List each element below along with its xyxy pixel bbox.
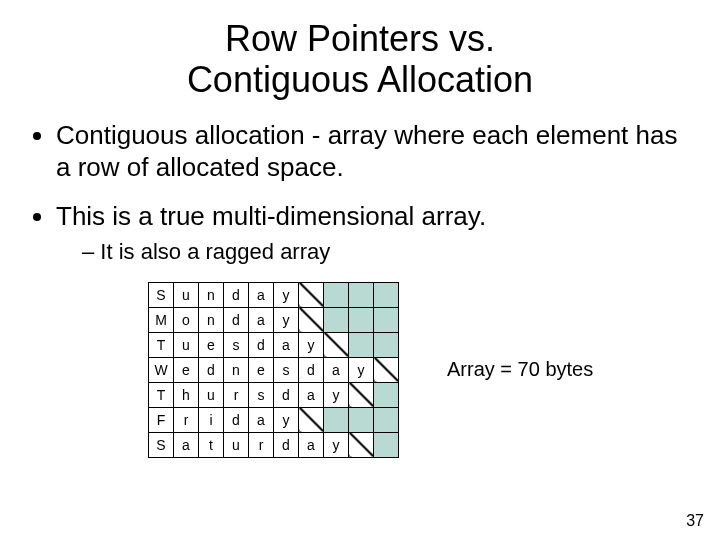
table-row: Saturday xyxy=(149,432,399,457)
table-cell: d xyxy=(274,432,299,457)
table-cell xyxy=(324,407,349,432)
table-cell: a xyxy=(249,407,274,432)
table-cell: h xyxy=(174,382,199,407)
bullet-2: This is a true multi-dimensional array. … xyxy=(56,200,692,266)
bullet-1: Contiguous allocation - array where each… xyxy=(56,119,692,184)
table-cell: i xyxy=(199,407,224,432)
sub-bullet-1: It is also a ragged array xyxy=(82,238,692,266)
table-cell: n xyxy=(199,282,224,307)
table-cell: S xyxy=(149,432,174,457)
table-cell: d xyxy=(274,382,299,407)
table-cell: d xyxy=(224,407,249,432)
table-cell: t xyxy=(199,432,224,457)
table-cell xyxy=(374,382,399,407)
table-row: Monday xyxy=(149,307,399,332)
table-cell xyxy=(299,282,324,307)
title-line-1: Row Pointers vs. xyxy=(225,18,495,59)
table-row: Friday xyxy=(149,407,399,432)
table-cell: d xyxy=(224,282,249,307)
table-cell: s xyxy=(274,357,299,382)
page-number: 37 xyxy=(686,512,704,530)
table-cell xyxy=(349,282,374,307)
table-row: Thursday xyxy=(149,382,399,407)
bullet-2-text: This is a true multi-dimensional array. xyxy=(56,201,486,231)
table-cell: r xyxy=(224,382,249,407)
table-cell: a xyxy=(174,432,199,457)
table-cell: n xyxy=(199,307,224,332)
table-cell: a xyxy=(249,282,274,307)
table-cell xyxy=(374,432,399,457)
table-cell: M xyxy=(149,307,174,332)
table-cell: r xyxy=(249,432,274,457)
table-cell xyxy=(299,307,324,332)
table-cell: d xyxy=(299,357,324,382)
slide-title: Row Pointers vs. Contiguous Allocation xyxy=(28,18,692,101)
title-line-2: Contiguous Allocation xyxy=(187,59,533,100)
table-cell: a xyxy=(249,307,274,332)
table-cell: e xyxy=(199,332,224,357)
table-cell xyxy=(374,332,399,357)
table-cell: W xyxy=(149,357,174,382)
table-row: Wednesday xyxy=(149,357,399,382)
table-cell xyxy=(349,432,374,457)
table-cell: y xyxy=(274,307,299,332)
table-cell: s xyxy=(224,332,249,357)
table-cell: F xyxy=(149,407,174,432)
table-cell xyxy=(324,332,349,357)
table-cell: d xyxy=(199,357,224,382)
table-cell xyxy=(324,307,349,332)
array-size-caption: Array = 70 bytes xyxy=(447,358,593,381)
table-cell: u xyxy=(174,282,199,307)
table-cell: s xyxy=(249,382,274,407)
table-cell xyxy=(349,382,374,407)
table-cell xyxy=(349,407,374,432)
table-row: Sunday xyxy=(149,282,399,307)
table-cell: y xyxy=(349,357,374,382)
table-cell: e xyxy=(174,357,199,382)
table-cell xyxy=(349,307,374,332)
table-cell: T xyxy=(149,332,174,357)
table-cell: a xyxy=(274,332,299,357)
table-cell: d xyxy=(224,307,249,332)
table-cell xyxy=(374,307,399,332)
table-cell xyxy=(374,407,399,432)
table-cell: S xyxy=(149,282,174,307)
table-cell: u xyxy=(199,382,224,407)
table-cell xyxy=(299,407,324,432)
table-cell: d xyxy=(249,332,274,357)
table-cell: n xyxy=(224,357,249,382)
table-cell xyxy=(374,357,399,382)
table-cell: a xyxy=(299,432,324,457)
table-cell xyxy=(374,282,399,307)
memory-table: SundayMondayTuesdayWednesdayThursdayFrid… xyxy=(148,282,399,458)
table-cell: y xyxy=(274,282,299,307)
table-cell: e xyxy=(249,357,274,382)
table-cell: u xyxy=(174,332,199,357)
table-cell: r xyxy=(174,407,199,432)
table-cell: T xyxy=(149,382,174,407)
table-cell: y xyxy=(324,382,349,407)
bullet-list: Contiguous allocation - array where each… xyxy=(28,119,692,266)
table-cell: o xyxy=(174,307,199,332)
sub-bullet-list: It is also a ragged array xyxy=(56,238,692,266)
table-cell xyxy=(349,332,374,357)
table-cell: y xyxy=(299,332,324,357)
table-row: Tuesday xyxy=(149,332,399,357)
table-cell: a xyxy=(299,382,324,407)
table-cell xyxy=(324,282,349,307)
table-cell: a xyxy=(324,357,349,382)
table-cell: u xyxy=(224,432,249,457)
table-cell: y xyxy=(324,432,349,457)
table-cell: y xyxy=(274,407,299,432)
